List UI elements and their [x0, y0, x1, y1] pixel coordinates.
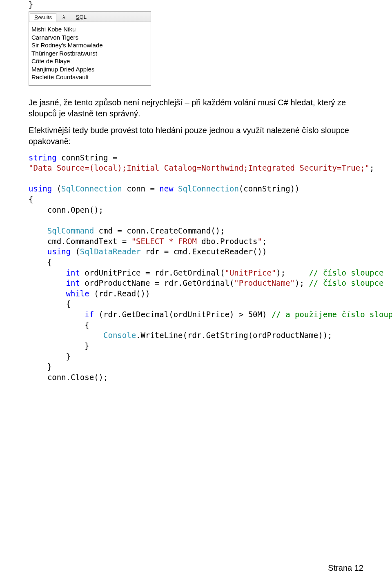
cmd-text-2: dbo.Products: [201, 237, 257, 246]
result-line: Thüringer Rostbratwurst: [31, 49, 148, 58]
cmd-text-3: ": [258, 237, 262, 246]
product-name-literal: "ProductName": [234, 278, 295, 287]
tab-results-rest: esults: [38, 14, 52, 20]
result-line: Carnarvon Tigers: [31, 33, 148, 42]
code-block: string connString = "Data Source=(local)…: [29, 153, 363, 383]
unit-price-literal: "UnitPrice": [225, 268, 276, 277]
comment-3: // a použijeme číslo sloupce: [272, 310, 392, 319]
fifty-literal: 50M: [248, 310, 262, 319]
tab-results[interactable]: Results: [30, 13, 56, 22]
result-line: Sir Rodney's Marmowlade: [31, 41, 148, 49]
result-line: Côte de Blaye: [31, 57, 148, 65]
result-pane: Mishi Kobe Niku Carnarvon Tigers Sir Rod…: [29, 22, 151, 86]
result-line: Manjimup Dried Apples: [31, 65, 148, 73]
page-footer: Strana 12: [328, 563, 363, 573]
comment-1: // číslo sloupce: [309, 268, 383, 277]
tab-lambda[interactable]: λ: [58, 13, 70, 21]
paragraph-2: Efektivnější tedy bude provést toto hled…: [29, 125, 363, 147]
result-line: Mishi Kobe Niku: [31, 25, 148, 33]
comment-2: // číslo sloupce: [309, 278, 383, 287]
cmd-text-1: "SELECT * FROM: [131, 237, 202, 246]
top-brace: }: [29, 0, 363, 9]
results-window: Results λ SQL Mishi Kobe Niku Carnarvon …: [29, 11, 151, 86]
paragraph-1: Je jasné, že tento způsob není nejrychle…: [29, 97, 363, 119]
tab-sql[interactable]: SQL: [71, 13, 91, 21]
conn-string-literal: "Data Source=(local);Initial Catalog=Nor…: [29, 163, 370, 172]
result-line: Raclette Courdavault: [31, 73, 148, 81]
tab-sql-rest: QL: [80, 14, 87, 20]
tabs-bar: Results λ SQL: [29, 11, 151, 22]
